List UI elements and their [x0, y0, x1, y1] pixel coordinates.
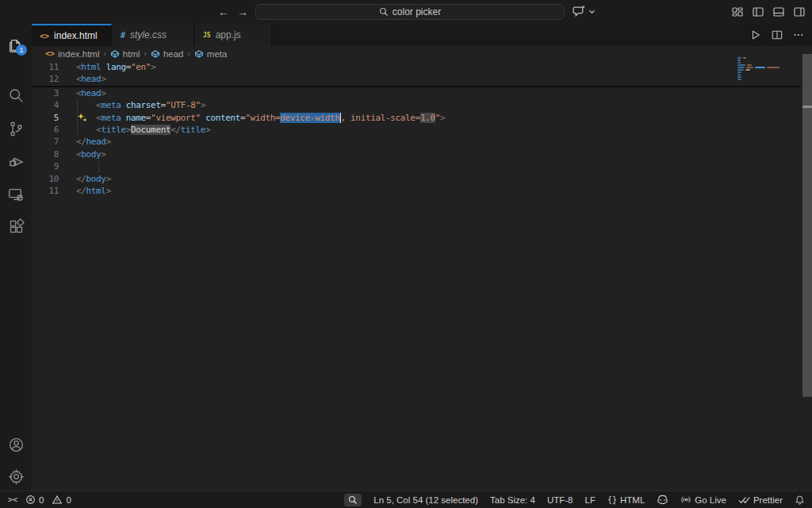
tab-size-indicator[interactable]: Tab Size: 4 — [490, 495, 535, 505]
search-icon — [348, 495, 358, 505]
symbol-field-icon — [110, 49, 120, 59]
line-number: 9 — [32, 160, 59, 172]
go-live-label: Go Live — [695, 495, 726, 505]
breadcrumb-label: html — [123, 49, 140, 59]
run-file-icon[interactable] — [750, 29, 761, 40]
minimap[interactable] — [737, 57, 779, 81]
tab-label: app.js — [216, 29, 241, 40]
scrollbar-track[interactable] — [802, 54, 812, 491]
chevron-right-icon: › — [186, 49, 190, 58]
code-line[interactable]: 11<html lang="en"> — [32, 61, 801, 73]
copilot-status[interactable] — [657, 494, 668, 506]
tab-label: index.html — [54, 30, 98, 41]
toggle-sidebar-left-icon[interactable] — [752, 6, 764, 18]
customize-layout-icon[interactable] — [731, 6, 744, 18]
status-bar: >< 0 0 Ln 5, Col 54 (12 selected) Tab Si… — [0, 491, 812, 508]
run-debug-icon[interactable] — [0, 148, 32, 176]
code-line[interactable]: 9 — [32, 160, 801, 172]
chat-bubble-icon — [573, 5, 586, 18]
chevron-right-icon: › — [102, 49, 106, 58]
line-number: 11 — [32, 61, 59, 73]
toggle-panel-icon[interactable] — [772, 6, 785, 18]
line-number: 10 — [32, 173, 59, 185]
code-line[interactable]: 11</html> — [32, 185, 801, 197]
go-live-button[interactable]: Go Live — [680, 495, 726, 505]
code-lines[interactable]: 3<head>4 <meta charset="UTF-8">5 <meta n… — [32, 87, 801, 198]
activity-bar: 1 — [0, 24, 32, 491]
code-line[interactable]: 4 <meta charset="UTF-8"> — [32, 99, 801, 111]
line-number: 6 — [32, 124, 59, 136]
chevron-right-icon: › — [144, 49, 147, 58]
eol-indicator[interactable]: LF — [585, 495, 596, 505]
prettier-label: Prettier — [753, 495, 783, 505]
breadcrumb-file[interactable]: <> index.html — [45, 49, 99, 59]
line-number: 11 — [32, 185, 59, 197]
tab-bar: <> index.html # style.css JS app.js — [32, 24, 812, 46]
breadcrumb-head[interactable]: head — [151, 49, 184, 59]
double-check-icon — [738, 495, 750, 505]
symbol-field-icon — [194, 49, 204, 59]
tab-index-html[interactable]: <> index.html — [32, 24, 112, 46]
warning-count: 0 — [66, 495, 71, 505]
remote-explorer-icon[interactable] — [0, 180, 32, 209]
line-number: 8 — [32, 148, 59, 160]
search-view-icon[interactable] — [0, 81, 32, 110]
code-line[interactable]: 6 <title>Document</title> — [32, 124, 801, 136]
search-icon — [379, 7, 389, 17]
extensions-icon[interactable] — [0, 212, 32, 241]
explorer-badge: 1 — [16, 44, 27, 56]
code-line[interactable]: 3<head> — [32, 87, 801, 99]
command-center-search[interactable]: color picker — [255, 4, 565, 20]
screencast-zoom-button[interactable] — [344, 494, 362, 506]
title-bar: ← → color picker — [0, 0, 812, 24]
back-arrow-icon[interactable]: ← — [216, 5, 231, 19]
symbol-field-icon — [151, 49, 160, 59]
prettier-status[interactable]: Prettier — [738, 495, 783, 505]
explorer-icon[interactable]: 1 — [0, 32, 32, 60]
broadcast-icon — [680, 495, 691, 505]
settings-gear-icon[interactable] — [0, 462, 32, 491]
html-file-icon: <> — [40, 32, 49, 40]
editor-group: <> index.html # style.css JS app.js <> i… — [32, 24, 812, 491]
sticky-scroll[interactable]: 11<html lang="en">12<head> — [32, 61, 801, 87]
language-mode[interactable]: {̹} HTML — [607, 495, 645, 505]
toggle-sidebar-right-icon[interactable] — [793, 6, 806, 18]
line-number: 5 — [32, 112, 59, 124]
line-number: 3 — [32, 87, 59, 99]
tab-app-js[interactable]: JS app.js — [195, 24, 272, 46]
error-count: 0 — [39, 495, 44, 505]
breadcrumb: <> index.html › html › head › meta — [32, 46, 801, 61]
overview-ruler-marker — [802, 106, 812, 108]
copilot-chat-button[interactable] — [573, 5, 596, 18]
more-actions-icon[interactable] — [793, 29, 804, 40]
remote-indicator[interactable]: >< — [8, 495, 17, 504]
code-line[interactable]: 8<body> — [32, 148, 801, 160]
line-number: 4 — [32, 99, 59, 111]
code-editor[interactable]: 11<html lang="en">12<head> 3<head>4 <met… — [32, 61, 801, 197]
source-control-icon[interactable] — [0, 114, 32, 143]
breadcrumb-html[interactable]: html — [110, 49, 140, 59]
code-line[interactable]: 10</body> — [32, 173, 801, 185]
line-number: 7 — [32, 136, 59, 148]
cursor-position[interactable]: Ln 5, Col 54 (12 selected) — [373, 495, 478, 505]
notifications-bell[interactable] — [795, 495, 805, 506]
problems-indicator[interactable]: 0 0 — [25, 495, 71, 505]
css-file-icon: # — [121, 31, 125, 40]
braces-icon: {̹} — [607, 495, 617, 504]
code-line[interactable]: 7</head> — [32, 136, 801, 148]
warning-icon — [52, 495, 63, 505]
tab-label: style.css — [130, 29, 167, 40]
breadcrumb-meta[interactable]: meta — [194, 49, 228, 59]
account-icon[interactable] — [0, 430, 32, 459]
bell-icon — [795, 495, 805, 506]
code-line[interactable]: 5 <meta name="viewport" content="width=d… — [32, 112, 801, 124]
tab-style-css[interactable]: # style.css — [113, 24, 194, 46]
breadcrumb-label: head — [163, 49, 184, 59]
code-line[interactable]: 12<head> — [32, 73, 801, 85]
split-editor-icon[interactable] — [772, 29, 783, 40]
encoding-indicator[interactable]: UTF-8 — [547, 495, 573, 505]
copilot-icon — [657, 494, 668, 506]
forward-arrow-icon[interactable]: → — [236, 5, 250, 19]
js-file-icon: JS — [203, 32, 211, 39]
line-number: 12 — [32, 73, 59, 85]
